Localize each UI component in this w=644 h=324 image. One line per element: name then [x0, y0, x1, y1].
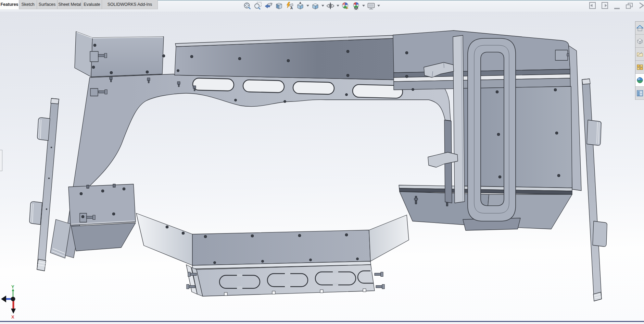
zoom-to-fit-icon	[243, 2, 251, 10]
minimize-button[interactable]	[613, 1, 621, 10]
restore-button[interactable]	[626, 1, 633, 10]
top-accent-line	[156, 0, 644, 1]
triad-y-label: Y	[11, 284, 14, 289]
display-style-icon	[311, 2, 319, 10]
more-toolbar-options-button[interactable]	[638, 1, 644, 10]
statusbar	[0, 322, 644, 324]
custom-properties-icon	[636, 90, 643, 97]
task-pane-tab-solidworks-resources[interactable]	[635, 22, 644, 35]
hide-show-items-dropdown-arrow[interactable]	[336, 1, 340, 11]
feature-manager-collapsed-tab[interactable]	[0, 150, 2, 171]
command-band: Features Sketch Surfaces Sheet Metal Eva…	[0, 0, 644, 12]
triad-x-label: X	[11, 314, 14, 320]
part-bottom-plate[interactable]	[197, 265, 375, 296]
appearances-sphere-icon	[636, 77, 643, 84]
tab-sketch[interactable]: Sketch	[19, 0, 37, 9]
previous-view-button[interactable]	[263, 1, 274, 11]
display-style-button[interactable]	[310, 1, 320, 11]
collapse-left-pane-icon	[589, 2, 596, 9]
part-bottom-left-plates[interactable]	[50, 184, 136, 258]
collapse-left-pane-button[interactable]	[589, 1, 596, 10]
heads-up-view-toolbar: A	[242, 1, 381, 11]
hide-show-items-icon	[326, 2, 334, 10]
previous-view-icon	[264, 2, 273, 10]
tab-solidworks-add-ins[interactable]: SOLIDWORKS Add-Ins	[102, 0, 158, 9]
command-manager-tabs: Features Sketch Surfaces Sheet Metal Eva…	[0, 0, 158, 9]
task-pane-tab-file-explorer[interactable]	[635, 48, 644, 61]
section-view-button[interactable]	[274, 1, 284, 11]
section-view-icon	[275, 2, 283, 10]
part-right-box[interactable]	[393, 31, 581, 230]
task-pane-tab-design-library[interactable]	[635, 35, 644, 48]
view-orientation-button[interactable]	[295, 1, 305, 11]
view-palette-icon	[636, 64, 643, 71]
zoom-to-fit-button[interactable]	[242, 1, 252, 11]
hide-show-items-button[interactable]	[325, 1, 336, 11]
apply-scene-icon	[352, 2, 360, 10]
folder-icon	[636, 51, 643, 58]
dynamic-annotation-views-button[interactable]: A	[284, 1, 295, 11]
tab-evaluate[interactable]: Evaluate	[82, 0, 102, 9]
part-exploded-panel-right[interactable]	[582, 79, 607, 301]
cad-model-view[interactable]: Y X	[0, 12, 644, 321]
task-pane-tab-view-palette[interactable]	[635, 61, 644, 74]
minimize-icon	[614, 2, 620, 9]
zoom-to-area-button[interactable]	[252, 1, 263, 11]
apply-scene-dropdown-arrow[interactable]	[361, 1, 366, 11]
svg-text:A: A	[290, 6, 293, 10]
view-orientation-icon	[296, 2, 304, 10]
window-controls	[589, 1, 644, 10]
task-pane-tab-appearances-scenes[interactable]	[635, 74, 644, 87]
display-style-dropdown-arrow[interactable]	[320, 1, 325, 11]
view-settings-dropdown-arrow[interactable]	[376, 1, 381, 11]
solidworks-window: Features Sketch Surfaces Sheet Metal Eva…	[0, 0, 644, 324]
dynamic-annotation-views-icon: A	[286, 2, 294, 10]
task-pane-tab-custom-properties[interactable]	[635, 87, 644, 100]
view-orientation-dropdown-arrow[interactable]	[305, 1, 310, 11]
apply-scene-button[interactable]	[351, 1, 361, 11]
graphics-area[interactable]: Y X	[0, 12, 644, 321]
view-settings-button[interactable]	[366, 1, 376, 11]
tab-surfaces[interactable]: Surfaces	[37, 0, 58, 9]
edit-appearance-button[interactable]	[340, 1, 351, 11]
collapse-right-pane-icon	[601, 2, 608, 9]
part-bottom-rail[interactable]	[136, 213, 409, 296]
view-settings-icon	[367, 2, 375, 10]
chevron-right-icon	[639, 2, 644, 9]
design-library-icon	[636, 38, 643, 45]
edit-appearance-icon	[341, 2, 350, 10]
zoom-to-area-icon	[254, 2, 262, 10]
restore-icon	[626, 2, 633, 9]
tab-sheet-metal[interactable]: Sheet Metal	[58, 0, 82, 9]
collapse-right-pane-button[interactable]	[601, 1, 608, 10]
chassis-assembly[interactable]	[29, 31, 607, 301]
tab-features[interactable]: Features	[0, 0, 19, 9]
task-pane-tab-strip	[635, 21, 644, 100]
orientation-triad: Y X	[1, 284, 16, 320]
home-icon	[636, 25, 643, 32]
part-box-edge-panel	[453, 35, 465, 203]
